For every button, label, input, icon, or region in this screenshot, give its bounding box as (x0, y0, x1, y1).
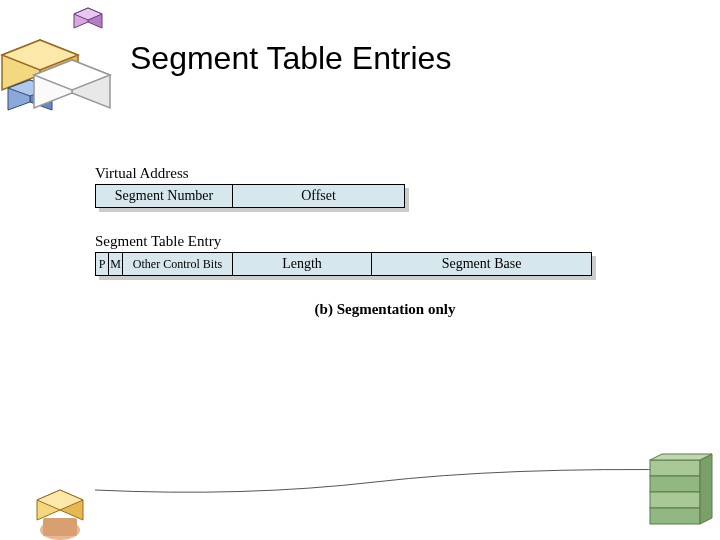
svg-rect-18 (650, 476, 700, 492)
svg-marker-22 (650, 454, 712, 460)
figure-caption: (b) Segmentation only (135, 301, 635, 318)
field-other-control-bits: Other Control Bits (123, 252, 233, 276)
field-offset: Offset (233, 184, 405, 208)
field-segment-number: Segment Number (95, 184, 233, 208)
field-p-bit: P (95, 252, 109, 276)
virtual-address-label: Virtual Address (95, 165, 635, 182)
field-length: Length (233, 252, 372, 276)
svg-rect-13 (43, 518, 77, 536)
diagram-content: Virtual Address Segment Number Offset Se… (95, 165, 635, 318)
svg-rect-17 (650, 460, 700, 476)
field-segment-base: Segment Base (372, 252, 592, 276)
svg-rect-19 (650, 492, 700, 508)
svg-rect-20 (650, 508, 700, 524)
bottom-decoration (0, 440, 720, 540)
segment-table-entry-label: Segment Table Entry (95, 233, 635, 250)
field-m-bit: M (109, 252, 123, 276)
cube-decoration-top (0, 0, 120, 120)
svg-marker-21 (700, 454, 712, 524)
segment-table-entry-row: P M Other Control Bits Length Segment Ba… (95, 252, 592, 276)
slide-title: Segment Table Entries (130, 40, 451, 77)
virtual-address-row: Segment Number Offset (95, 184, 405, 208)
